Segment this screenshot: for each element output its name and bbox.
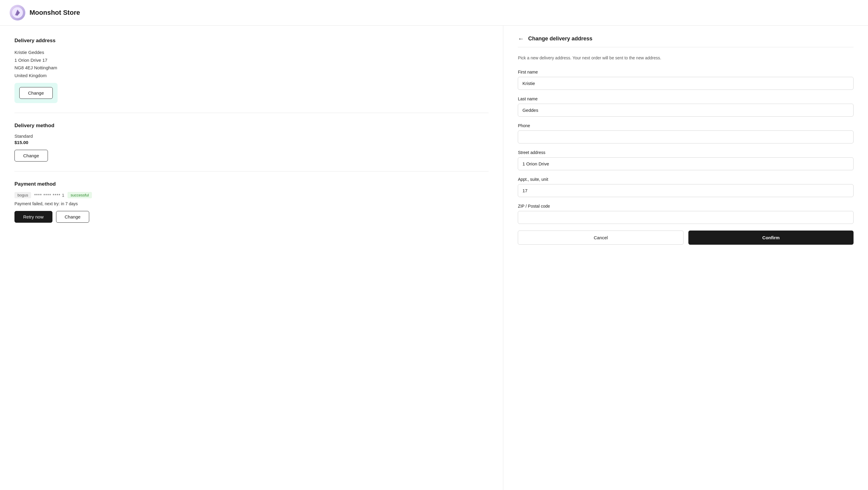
payment-method-section: Payment method bogus **** **** **** 1 su… [14,181,489,232]
first-name-input[interactable] [518,77,854,90]
right-panel: ← Change delivery address Pick a new del… [503,26,868,490]
panel-title: Change delivery address [528,36,592,42]
appt-input[interactable] [518,184,854,197]
change-delivery-method-button[interactable]: Change [14,150,48,161]
delivery-price: $15.00 [14,140,489,145]
retry-payment-button[interactable]: Retry now [14,211,53,223]
delivery-address-title: Delivery address [14,38,489,44]
payment-actions: Retry now Change [14,211,489,223]
panel-description: Pick a new delivery address. Your next o… [518,55,854,61]
zip-group: ZIP / Postal code [518,204,854,224]
zip-label: ZIP / Postal code [518,204,854,209]
appt-group: Appt., suite, unit [518,177,854,197]
back-arrow-icon[interactable]: ← [518,35,524,42]
last-name-input[interactable] [518,104,854,117]
card-type-badge: bogus [14,192,31,198]
delivery-address-section: Delivery address Kristie Geddes 1 Orion … [14,38,489,113]
change-payment-button[interactable]: Change [56,211,90,223]
street-address-group: Street address [518,150,854,170]
delivery-address-country: United Kingdom [14,72,489,80]
payment-warning-text: Payment failed, next try: in 7 days [14,201,489,206]
phone-label: Phone [518,123,854,128]
left-panel: Delivery address Kristie Geddes 1 Orion … [0,26,503,490]
phone-input[interactable] [518,130,854,144]
address-form: First name Last name Phone Street addres… [518,70,854,245]
first-name-group: First name [518,70,854,90]
card-number: **** **** **** 1 [34,193,64,198]
payment-status-badge: successful [67,192,92,198]
logo-container: Moonshot Store [10,5,80,21]
appt-label: Appt., suite, unit [518,177,854,182]
last-name-label: Last name [518,96,854,101]
delivery-method-name: Standard [14,133,489,139]
street-address-input[interactable] [518,157,854,170]
store-logo [10,5,25,21]
zip-input[interactable] [518,211,854,224]
confirm-button[interactable]: Confirm [688,231,854,245]
app-header: Moonshot Store [0,0,868,26]
payment-method-title: Payment method [14,181,489,187]
delivery-address-line1: 1 Orion Drive 17 [14,56,489,64]
delivery-address-line2: NG8 4EJ Nottingham [14,64,489,72]
cancel-button[interactable]: Cancel [518,231,684,245]
delivery-address-name: Kristie Geddes [14,49,489,56]
street-address-label: Street address [518,150,854,155]
phone-group: Phone [518,123,854,144]
panel-header: ← Change delivery address [518,35,854,47]
store-name: Moonshot Store [30,9,80,17]
delivery-method-section: Delivery method Standard $15.00 Change [14,123,489,172]
change-address-button[interactable]: Change [19,87,53,99]
last-name-group: Last name [518,96,854,117]
change-address-highlight: Change [14,83,58,103]
delivery-method-title: Delivery method [14,123,489,129]
payment-info-row: bogus **** **** **** 1 successful [14,192,489,198]
first-name-label: First name [518,70,854,74]
form-actions: Cancel Confirm [518,231,854,245]
